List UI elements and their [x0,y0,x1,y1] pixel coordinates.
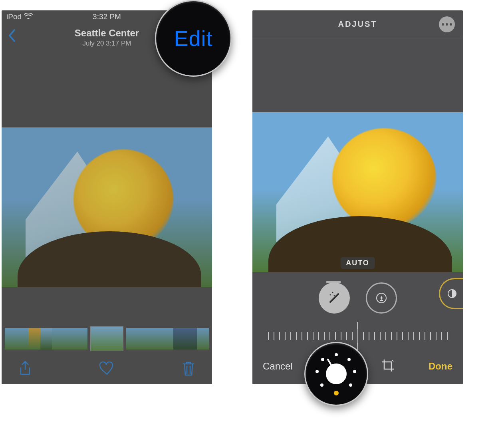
back-chevron-icon[interactable] [7,28,16,46]
photo-title-block: Seattle Center July 20 3:17 PM [75,27,139,48]
thumbnail[interactable] [64,328,76,350]
slider-tick [318,332,319,340]
slider-tick [279,332,280,340]
slider-tick [391,332,392,340]
thumbnail[interactable] [185,328,197,350]
thumbnail[interactable] [5,328,17,350]
thumbnail-selected[interactable] [91,327,123,351]
slider-tick [425,332,425,340]
crop-tab-icon[interactable] [380,358,395,375]
slider-tick [441,332,442,340]
adjust-dial-icon [316,354,356,394]
thumbnail[interactable] [28,328,40,350]
slider-tick [346,332,347,340]
cancel-button[interactable]: Cancel [263,361,293,372]
thumbnail[interactable] [75,328,87,350]
thumbnail-strip[interactable] [2,327,212,351]
edit-button-magnified: Edit [174,26,212,51]
clock-time: 3:32 PM [93,12,121,21]
slider-tick-center [357,329,358,343]
svg-point-1 [332,292,333,293]
adjust-title: ADJUST [338,20,377,29]
slider-tick [402,332,403,340]
auto-enhance-tool[interactable] [319,282,350,314]
auto-badge: AUTO [340,257,375,269]
slider-tick [352,332,353,340]
thumbnail[interactable] [40,328,52,350]
magic-wand-icon [326,290,342,306]
more-button[interactable] [439,16,455,32]
slider-tick [324,332,325,340]
exposure-icon [375,292,388,304]
photo-preview[interactable] [2,127,212,287]
date-subtitle: July 20 3:17 PM [75,39,139,48]
bottom-toolbar [2,353,212,384]
slider-tick [419,332,420,340]
brilliance-tool[interactable] [439,278,463,309]
slider-tick [397,332,397,340]
slider-tick [430,332,431,340]
slider-tick [380,332,381,340]
thumbnail[interactable] [138,328,150,350]
svg-point-2 [333,295,335,296]
callout-magnify-adjust-dial [304,342,368,406]
ellipsis-icon [450,23,452,26]
slider-tick [436,332,437,340]
slider-tick [313,332,314,340]
slider-tick [274,332,274,340]
wifi-icon [24,12,33,21]
done-button[interactable]: Done [429,361,452,372]
slider-tick [268,332,269,340]
thumbnail[interactable] [162,328,174,350]
slider-tick [341,332,341,340]
ellipsis-icon [442,23,444,26]
slider-tick [413,332,414,340]
brilliance-icon [446,288,458,299]
slider-tick [374,332,375,340]
exposure-tool[interactable] [366,282,397,314]
thumbnail[interactable] [173,328,185,350]
thumbnail[interactable] [197,328,209,350]
thumbnail[interactable] [52,328,64,350]
slider-tick [285,332,286,340]
slider-tick [307,332,308,340]
slider-tick [408,332,409,340]
slider-tick [329,332,330,340]
share-icon[interactable] [17,360,34,377]
thumbnail[interactable] [17,328,29,350]
location-title: Seattle Center [75,27,139,39]
trash-icon[interactable] [180,360,197,377]
adjustment-slider[interactable] [260,326,455,346]
slider-tick [447,332,448,340]
heart-icon[interactable] [99,360,115,377]
adjust-tool-row[interactable] [252,278,463,318]
thumbnail[interactable] [126,328,138,350]
device-label: iPod [6,12,22,21]
brilliance-tool-partial[interactable] [439,278,463,309]
photo-edit-canvas[interactable]: AUTO [252,112,463,272]
slider-tick [296,332,297,340]
callout-magnify-edit: Edit [155,0,232,77]
adjust-dial-active-dot [334,391,339,395]
slider-tick [363,332,364,340]
thumbnail[interactable] [150,328,162,350]
photo-content [332,128,436,228]
svg-point-0 [329,294,331,296]
edit-header: ADJUST [252,10,463,38]
slider-tick [369,332,369,340]
phone-screenshot-edit-view: ADJUST AUTO [252,10,463,384]
slider-tick [302,332,302,340]
slider-tick [290,332,291,340]
ellipsis-icon [446,23,448,26]
slider-tick [335,332,336,340]
slider-tick [385,332,386,340]
